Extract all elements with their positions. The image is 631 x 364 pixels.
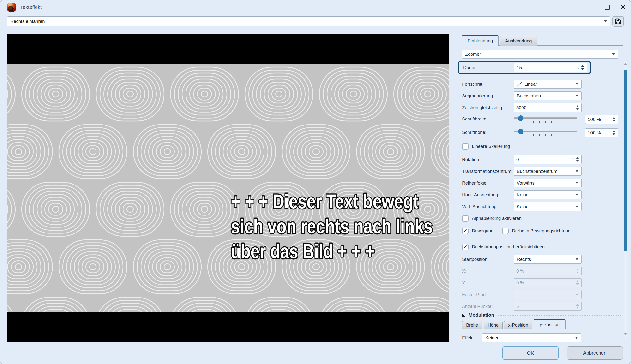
floppy-disk-icon — [614, 18, 622, 25]
x-value: 0 % — [516, 268, 524, 274]
vert-align-combobox[interactable]: Keine — [514, 202, 582, 211]
spin-down-icon — [576, 307, 579, 308]
order-combobox[interactable]: Vorwärts — [514, 178, 582, 188]
spin-up-icon — [576, 269, 579, 270]
spin-buttons — [576, 304, 579, 308]
tab-x-position[interactable]: x-Position — [504, 320, 532, 330]
progress-combobox[interactable]: Linear — [514, 80, 582, 88]
toolbar: Rechts einfahren — [7, 16, 624, 27]
duration-spin-buttons[interactable] — [581, 65, 584, 70]
titlebar: Texteffekt ✕ — [0, 0, 631, 14]
splitter-handle[interactable] — [450, 180, 452, 190]
font-height-value: 100 % — [588, 130, 601, 136]
chevron-down-icon — [576, 182, 578, 184]
start-position-value: Rechts — [517, 257, 531, 262]
linear-scaling-checkbox[interactable]: ✓ — [462, 143, 468, 150]
chars-simultaneous-spinbox[interactable]: 5000 — [514, 103, 582, 112]
tab-ausblendung[interactable]: Ausblendung — [500, 36, 538, 46]
font-width-spinbox[interactable]: 100 % — [585, 115, 618, 124]
slider-thumb[interactable] — [518, 129, 524, 134]
chars-simultaneous-label: Zeichen gleichzeitig: — [462, 105, 514, 110]
spin-down-icon — [576, 108, 579, 110]
maximize-button[interactable] — [599, 0, 615, 14]
rotate-in-direction-checkbox[interactable]: ✓ — [502, 228, 508, 234]
scrollbar-thumb[interactable] — [624, 70, 627, 251]
slider-ticks — [514, 121, 576, 123]
order-label: Reihenfolge: — [462, 180, 514, 186]
duration-spinbox[interactable]: 15 s — [514, 63, 587, 72]
start-position-label: Startposition: — [462, 257, 514, 262]
linear-scaling-label: Lineare Skalierung — [472, 144, 510, 149]
font-height-spinbox[interactable]: 100 % — [585, 128, 618, 137]
chevron-down-icon — [575, 337, 578, 339]
segmentation-combobox[interactable]: Buchstaben — [514, 92, 582, 100]
ok-button[interactable]: OK — [502, 346, 558, 360]
modulation-effect-value: Keiner — [485, 335, 498, 340]
panel-scrollbar[interactable] — [623, 61, 628, 337]
chevron-down-icon — [576, 170, 578, 172]
spin-up-icon — [576, 280, 579, 282]
horz-align-combobox[interactable]: Keine — [514, 190, 582, 199]
fixed-path-label: Fester Pfad: — [462, 292, 514, 297]
collapse-triangle-icon — [462, 313, 466, 317]
spin-buttons[interactable] — [612, 130, 616, 135]
spin-down-icon — [576, 272, 579, 273]
x-label: X: — [462, 268, 514, 274]
duration-row-highlight: Dauer: 15 s — [458, 61, 591, 74]
cancel-button[interactable]: Abbrechen — [567, 346, 623, 360]
chevron-down-icon — [576, 83, 578, 85]
spin-buttons[interactable] — [576, 157, 579, 162]
spin-down-icon — [576, 284, 579, 285]
chars-simultaneous-value: 5000 — [516, 105, 526, 110]
font-height-label: Schrifthöhe: — [462, 130, 514, 135]
slider-ticks — [514, 134, 576, 136]
transform-center-value: Buchstabenzentrum — [517, 169, 557, 174]
spin-buttons[interactable] — [576, 105, 579, 110]
chevron-down-icon — [576, 258, 578, 260]
tab-hoehe[interactable]: Höhe — [484, 320, 502, 330]
movement-label: Bewegung — [472, 228, 494, 234]
window-title: Texteffekt — [20, 4, 42, 10]
spin-down-icon — [612, 134, 616, 135]
tab-breite[interactable]: Breite — [462, 320, 482, 330]
modulation-section-header[interactable]: Modulation — [462, 312, 618, 318]
spin-up-icon — [581, 65, 584, 67]
font-width-slider[interactable] — [514, 116, 577, 123]
spin-down-icon — [612, 120, 616, 122]
transform-center-label: Transformationszentrum: — [462, 169, 514, 174]
letter-position-checkbox[interactable]: ✓ — [462, 244, 468, 250]
save-preset-button[interactable] — [612, 16, 624, 27]
tab-einblendung[interactable]: Einblendung — [462, 34, 498, 46]
order-value: Vorwärts — [517, 180, 534, 186]
effect-combobox[interactable]: Zoomer — [462, 50, 618, 58]
modulation-effect-label: Effekt: — [462, 335, 482, 340]
slider-thumb[interactable] — [518, 116, 524, 121]
movement-checkbox[interactable]: ✓ — [462, 228, 468, 234]
video-frame-pattern — [7, 64, 449, 312]
preview-text-line3: über das Bild + + + — [231, 240, 375, 262]
transform-center-combobox[interactable]: Buchstabenzentrum — [514, 167, 582, 176]
close-button[interactable]: ✕ — [615, 0, 631, 14]
modulation-tabbar: Breite Höhe x-Position y-Position — [462, 319, 618, 330]
horz-align-label: Horz. Ausrichtung: — [462, 192, 514, 198]
preset-combobox[interactable]: Rechts einfahren — [7, 16, 610, 26]
spin-down-icon — [581, 68, 584, 70]
segmentation-value: Buchstaben — [517, 93, 541, 98]
modulation-effect-combobox[interactable]: Keiner — [482, 333, 581, 342]
preview-text-line1: + + + Dieser Text bewegt — [231, 190, 418, 212]
tab-y-position[interactable]: y-Position — [534, 319, 566, 330]
font-height-slider[interactable] — [514, 129, 577, 136]
spin-buttons[interactable] — [612, 117, 616, 122]
scroll-down-icon[interactable] — [624, 333, 627, 335]
preset-value: Rechts einfahren — [10, 19, 45, 24]
fixed-path-combobox — [514, 290, 582, 299]
start-position-combobox[interactable]: Rechts — [514, 255, 582, 264]
preview-canvas: + + + Dieser Text bewegt sich von rechts… — [7, 34, 449, 342]
scroll-up-icon[interactable] — [624, 63, 627, 65]
chevron-down-icon — [576, 294, 578, 296]
blend-tabbar: Einblendung Ausblendung — [462, 34, 618, 46]
rotation-unit: ° — [572, 157, 576, 162]
rotation-spinbox[interactable]: 0 ° — [514, 155, 582, 164]
y-spinbox: 0 % — [514, 278, 582, 287]
alphablending-checkbox[interactable]: ✓ — [462, 215, 468, 222]
